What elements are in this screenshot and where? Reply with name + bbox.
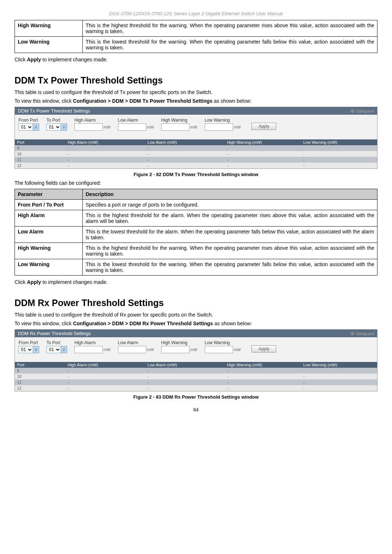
- rx-heading: DDM Rx Power Threshold Settings: [15, 298, 377, 308]
- low-alarm-label: Low Alarm: [118, 118, 154, 123]
- rx-intro: This table is used to configure the thre…: [15, 312, 377, 318]
- high-warning-label: High Warning: [161, 340, 197, 345]
- unit-label: mW: [234, 125, 241, 129]
- to-port-label: To Port: [46, 340, 67, 345]
- high-alarm-label: High Alarm: [74, 118, 111, 123]
- th-lw: Low Warning (mW): [301, 362, 377, 368]
- apply-text: Click Apply to implement changes made.: [15, 57, 377, 62]
- apply-button[interactable]: Apply: [252, 345, 276, 353]
- safeguard-icon: Safeguard: [351, 331, 374, 336]
- rx-caption: Figure 2 - 83 DDM Rx Power Threshold Set…: [15, 394, 377, 400]
- to-port-label: To Port: [46, 118, 67, 123]
- low-warning-input[interactable]: [205, 123, 233, 131]
- unit-label: mW: [103, 347, 111, 352]
- from-port-label: From Port: [19, 340, 39, 345]
- unit-label: mW: [234, 347, 241, 352]
- low-warning-label: Low Warning: [205, 340, 241, 345]
- high-warning-input[interactable]: [161, 123, 189, 131]
- apply-button[interactable]: Apply: [252, 123, 276, 130]
- th-lw: Low Warning (mW): [301, 139, 377, 145]
- table-row: 12----: [15, 385, 377, 391]
- low-warning-label: Low Warning: [205, 118, 241, 123]
- manual-header: DGS-3700-12/DGS-3700-12G Series Layer 2 …: [15, 11, 377, 16]
- high-alarm-input[interactable]: [74, 123, 103, 131]
- high-warning-label: High Warning: [161, 118, 197, 123]
- apply-text: Click Apply to implement changes made.: [15, 279, 377, 285]
- chevron-down-icon[interactable]: v: [61, 123, 67, 131]
- rx-data-table: Port High Alarm (mW) Low Alarm (mW) High…: [15, 362, 377, 391]
- table-row: 11----: [15, 157, 377, 163]
- tx-heading: DDM Tx Power Threshold Settings: [15, 75, 377, 86]
- chevron-down-icon[interactable]: v: [33, 123, 39, 131]
- cell-label: High Warning: [15, 20, 83, 37]
- table-row: 9----: [15, 368, 377, 374]
- chevron-down-icon[interactable]: v: [33, 346, 39, 353]
- cell-desc: This is the lowest threshold for the ala…: [83, 227, 377, 243]
- cell-label: From Port / To Port: [15, 200, 83, 210]
- th-ha: High Alarm (mW): [66, 362, 146, 368]
- rx-nav: To view this window, click Configuration…: [15, 321, 377, 326]
- tx-caption: Figure 2 - 82 DDM Tx Power Threshold Set…: [15, 172, 377, 177]
- cell-label: Low Warning: [15, 259, 83, 276]
- unit-label: mW: [147, 347, 154, 352]
- th-hw: High Warning (mW): [225, 362, 301, 368]
- low-alarm-label: Low Alarm: [118, 340, 154, 345]
- tx-nav: To view this window, click Configuration…: [15, 98, 377, 104]
- top-warning-table: High WarningThis is the highest threshol…: [15, 20, 377, 53]
- tx-fields-intro: The following fields can be configured:: [15, 180, 377, 186]
- cell-label: Low Alarm: [15, 227, 83, 243]
- tx-param-table: ParameterDescription From Port / To Port…: [15, 189, 377, 276]
- unit-label: mW: [147, 125, 154, 129]
- cell-desc: This is the highest threshold for the wa…: [83, 243, 377, 259]
- th-port: Port: [15, 362, 66, 368]
- tx-data-table: Port High Alarm (mW) Low Alarm (mW) High…: [15, 139, 377, 168]
- low-alarm-input[interactable]: [118, 346, 146, 353]
- unit-label: mW: [190, 125, 197, 129]
- th-la: Low Alarm (mW): [145, 362, 225, 368]
- page-number: 64: [15, 407, 377, 412]
- from-port-select[interactable]: 01: [19, 123, 33, 131]
- safeguard-icon: Safeguard: [351, 109, 374, 113]
- cell-desc: This is the highest threshold for the al…: [83, 210, 377, 227]
- table-row: 10----: [15, 151, 377, 157]
- th-param: Parameter: [15, 189, 83, 200]
- unit-label: mW: [190, 347, 197, 352]
- th-desc: Description: [83, 189, 377, 200]
- to-port-select[interactable]: 01: [46, 123, 61, 131]
- table-row: 10----: [15, 374, 377, 379]
- rx-screenshot: DDM Rx Power Threshold Settings Safeguar…: [15, 329, 377, 391]
- th-port: Port: [15, 139, 66, 145]
- cell-label: High Alarm: [15, 210, 83, 227]
- from-port-select[interactable]: 01: [19, 346, 33, 353]
- high-warning-input[interactable]: [161, 346, 189, 353]
- table-row: 12----: [15, 163, 377, 168]
- cell-desc: This is the lowest threshold for the war…: [83, 259, 377, 276]
- cell-desc: This is the lowest threshold for the war…: [83, 37, 377, 53]
- th-la: Low Alarm (mW): [145, 139, 225, 145]
- high-alarm-label: High Alarm: [74, 340, 111, 345]
- from-port-label: From Port: [19, 118, 39, 123]
- unit-label: mW: [103, 125, 111, 129]
- low-warning-input[interactable]: [205, 346, 233, 353]
- table-row: 11----: [15, 379, 377, 385]
- th-hw: High Warning (mW): [225, 139, 301, 145]
- cell-label: High Warning: [15, 243, 83, 259]
- tx-screenshot: DDM Tx Power Threshold Settings Safeguar…: [15, 107, 377, 169]
- tx-intro: This table is used to configure the thre…: [15, 89, 377, 95]
- cell-desc: This is the highest threshold for the wa…: [83, 20, 377, 37]
- th-ha: High Alarm (mW): [66, 139, 146, 145]
- panel-title: DDM Rx Power Threshold Settings: [18, 331, 91, 336]
- chevron-down-icon[interactable]: v: [61, 346, 67, 353]
- panel-title: DDM Tx Power Threshold Settings: [18, 108, 90, 114]
- low-alarm-input[interactable]: [118, 123, 146, 131]
- high-alarm-input[interactable]: [74, 346, 103, 353]
- to-port-select[interactable]: 01: [46, 346, 61, 353]
- cell-label: Low Warning: [15, 37, 83, 53]
- table-row: 9----: [15, 145, 377, 151]
- cell-desc: Specifies a port or range of ports to be…: [83, 200, 377, 210]
